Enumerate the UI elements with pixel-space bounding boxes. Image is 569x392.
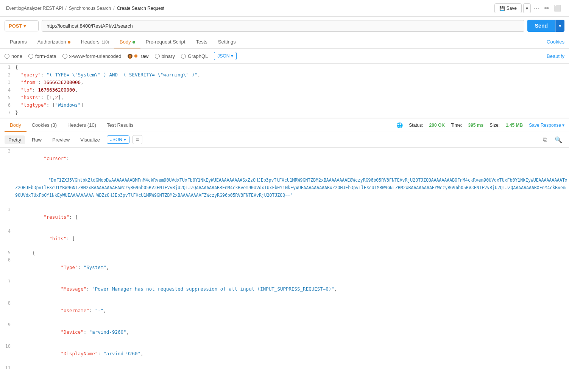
tab-pre-request[interactable]: Pre-request Script: [140, 35, 191, 48]
option-raw[interactable]: raw: [128, 53, 149, 59]
resp-line-content-cursor: "DnF1ZXJ5VGhlbkZldGNooDwAAAAAAAABMFnM4ck…: [14, 169, 569, 206]
option-graphql[interactable]: GraphQL: [181, 53, 208, 59]
tab-authorization[interactable]: Authorization: [32, 35, 76, 48]
resp-line-content-3: "results": {: [14, 206, 569, 228]
status-label: Status:: [409, 123, 423, 128]
resp-tab-test-results[interactable]: Test Results: [101, 118, 139, 132]
save-button[interactable]: 💾 Save: [494, 3, 522, 13]
status-value: 200 OK: [429, 123, 445, 128]
breadcrumb-current: Create Search Request: [117, 6, 164, 11]
authorization-dot: [68, 41, 70, 44]
body-options-row: none form-data x-www-form-urlencoded raw…: [0, 49, 569, 64]
resp-line-num-3: 3: [0, 206, 14, 228]
edit-button[interactable]: ✏: [543, 3, 551, 13]
line-content-3: "from": 1666636200000,: [14, 79, 569, 86]
save-icon: 💾: [499, 6, 505, 11]
line-content-2: "query": "( TYPE= \"System\" ) AND ( SEV…: [14, 71, 569, 79]
breadcrumb-sep1: /: [65, 6, 67, 11]
table-row: 11 "LogType": "Windows",: [0, 364, 569, 370]
resp-tab-headers[interactable]: Headers (10): [62, 118, 101, 132]
breadcrumb-part2[interactable]: Synchronous Search: [69, 6, 111, 11]
share-button[interactable]: ⬜: [552, 3, 563, 13]
body-dot: [133, 41, 135, 44]
resp-json-select[interactable]: JSON ▾: [107, 135, 129, 144]
tabs-right: Cookies: [547, 39, 564, 45]
globe-icon: 🌐: [396, 122, 403, 128]
tab-params[interactable]: Params: [5, 35, 32, 48]
table-row: 7 "Message": "Power Manager has not requ…: [0, 278, 569, 300]
send-caret-button[interactable]: ▾: [555, 20, 564, 32]
send-group: Send ▾: [527, 20, 564, 32]
table-row: 2 "query": "( TYPE= \"System\" ) AND ( S…: [0, 71, 569, 79]
json-format-select[interactable]: JSON ▾: [214, 52, 237, 60]
resp-line-num-6: 6: [0, 257, 14, 278]
option-form-data[interactable]: form-data: [28, 53, 56, 59]
request-code-table: 1 { 2 "query": "( TYPE= \"System\" ) AND…: [0, 64, 569, 117]
resp-line-content-9: "Device": "arvind-9260",: [14, 321, 569, 343]
resp-line-num-7: 7: [0, 278, 14, 300]
json-caret-icon: ▾: [231, 53, 233, 59]
resp-tab-body[interactable]: Body: [5, 118, 27, 132]
line-content-7: }: [14, 109, 569, 117]
response-body[interactable]: 2 "cursor": "DnF1ZXJ5VGhlbkZldGNooDwAAAA…: [0, 148, 569, 370]
resp-line-num-9: 9: [0, 321, 14, 343]
resp-format-visualize[interactable]: Visualize: [76, 135, 104, 144]
send-button[interactable]: Send: [527, 20, 555, 32]
response-format-row: Pretty Raw Preview Visualize JSON ▾ ≡ ⧉ …: [0, 132, 569, 148]
table-row: 1 {: [0, 64, 569, 71]
tab-settings[interactable]: Settings: [213, 35, 241, 48]
resp-line-content-10: "DisplayName": "arvind-9260",: [14, 343, 569, 364]
line-num-1: 1: [0, 64, 14, 71]
line-num-3: 3: [0, 79, 14, 86]
table-row: 7 }: [0, 109, 569, 117]
size-label: Size:: [489, 123, 500, 128]
save-response-caret-icon: ▾: [562, 123, 564, 128]
save-response-button[interactable]: Save Response ▾: [529, 123, 564, 128]
more-button[interactable]: ⋯: [532, 3, 541, 13]
beautify-button[interactable]: Beautify: [547, 53, 564, 59]
table-row: 5 "hosts": [1,2],: [0, 94, 569, 101]
resp-tab-cookies[interactable]: Cookies (3): [27, 118, 62, 132]
table-row: 8 "Username": "-",: [0, 300, 569, 321]
tab-headers[interactable]: Headers (10): [76, 35, 114, 48]
resp-format-raw[interactable]: Raw: [28, 135, 45, 144]
method-select[interactable]: POST ▾: [5, 20, 39, 31]
cookies-link[interactable]: Cookies: [547, 39, 564, 45]
option-urlencoded[interactable]: x-www-form-urlencoded: [62, 53, 122, 59]
table-row: 6 "logtype": ["Windows"]: [0, 101, 569, 109]
resp-line-num-10: 10: [0, 343, 14, 364]
line-content-4: "to": 1676636200000,: [14, 86, 569, 94]
resp-copy-button[interactable]: ⧉: [541, 135, 549, 144]
resp-filter-button[interactable]: ≡: [133, 135, 142, 144]
resp-line-content-11: "LogType": "Windows",: [14, 364, 569, 370]
resp-right-icons: ⧉ 🔍: [541, 135, 564, 144]
time-value: 395 ms: [468, 123, 484, 128]
resp-line-num-cursor: [0, 169, 14, 206]
line-num-2: 2: [0, 71, 14, 79]
tab-body[interactable]: Body: [114, 35, 140, 48]
breadcrumb-part1[interactable]: EventlogAnalyzer REST API: [6, 6, 63, 11]
status-area: 🌐 Status: 200 OK Time: 395 ms Size: 1.45…: [396, 122, 564, 128]
table-row: "DnF1ZXJ5VGhlbkZldGNooDwAAAAAAAABMFnM4ck…: [0, 169, 569, 206]
save-caret-button[interactable]: ▾: [523, 3, 531, 13]
option-binary[interactable]: binary: [155, 53, 175, 59]
resp-line-content-5: {: [14, 249, 569, 257]
resp-line-content-8: "Username": "-",: [14, 300, 569, 321]
breadcrumb: EventlogAnalyzer REST API / Synchronous …: [6, 6, 164, 11]
topbar: EventlogAnalyzer REST API / Synchronous …: [0, 0, 569, 17]
resp-line-num-11: 11: [0, 364, 14, 370]
line-num-6: 6: [0, 101, 14, 109]
option-none[interactable]: none: [5, 53, 22, 59]
url-input[interactable]: [42, 20, 524, 32]
time-label: Time:: [451, 123, 462, 128]
resp-line-num-5: 5: [0, 249, 14, 257]
resp-search-button[interactable]: 🔍: [552, 135, 564, 144]
request-tabs-row: Params Authorization Headers (10) Body P…: [0, 35, 569, 49]
method-caret-icon: ▾: [23, 23, 26, 29]
topbar-actions: 💾 Save ▾ ⋯ ✏ ⬜: [494, 3, 563, 13]
line-content-6: "logtype": ["Windows"]: [14, 101, 569, 109]
resp-format-preview[interactable]: Preview: [48, 135, 73, 144]
tab-tests[interactable]: Tests: [190, 35, 212, 48]
request-body-editor[interactable]: 1 { 2 "query": "( TYPE= \"System\" ) AND…: [0, 64, 569, 118]
resp-format-pretty[interactable]: Pretty: [5, 135, 25, 144]
